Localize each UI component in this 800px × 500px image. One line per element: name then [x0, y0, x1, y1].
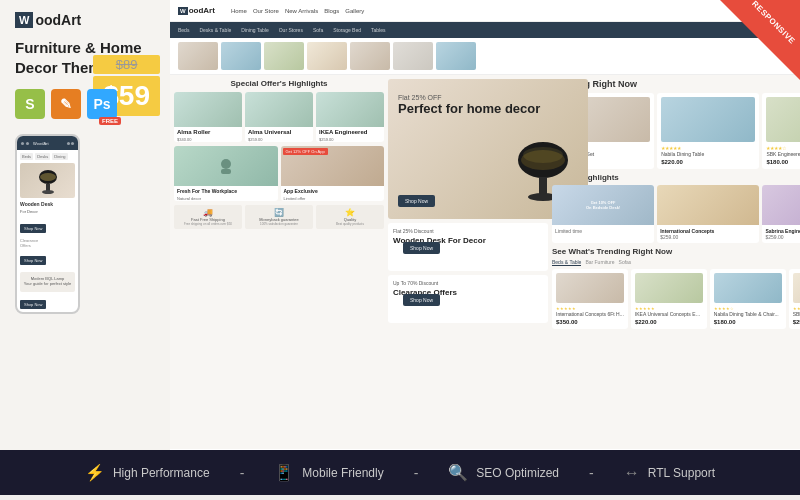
logo-text: oodArt	[35, 12, 81, 28]
special-offer-cards: Alma Roller $340.00 Alma Universal $259.…	[174, 92, 384, 142]
footer-label-4: RTL Support	[648, 466, 715, 480]
big-offer-card-1[interactable]: Get 10% OFFOn Bedside Desk! Limited time	[552, 185, 654, 243]
thumb-4[interactable]	[307, 42, 347, 70]
thumb-6[interactable]	[393, 42, 433, 70]
left-panel: W oodArt Furniture & Home Decor Theme $8…	[0, 0, 170, 450]
mobile-product-img	[20, 163, 75, 198]
main-content: Special Offer's Highlights Alma Roller $…	[170, 75, 800, 449]
rtl-icon: ↔️	[624, 464, 640, 482]
edit-icon[interactable]: ✎	[51, 89, 81, 119]
hero-shop-btn[interactable]: Shop Now	[398, 195, 435, 207]
right-content: Trending Right Now ★★★★☆ Bar Furniture S…	[552, 79, 800, 445]
thumbnail-row	[170, 38, 800, 75]
offer-price-2: $259.00	[245, 137, 313, 142]
discount-badge: Get 12% OFF On App	[283, 148, 328, 155]
thumb-5[interactable]	[350, 42, 390, 70]
secondary-card-2[interactable]: Get 12% OFF On App App Exclusive Limited…	[281, 146, 385, 201]
mobile-style-btn[interactable]: Shop Now	[20, 300, 46, 309]
special-offers-title: Special Offer's Highlights	[174, 79, 384, 88]
nav-link-blogs[interactable]: Blogs	[324, 8, 339, 14]
cat-storage[interactable]: Storage Bed	[333, 27, 361, 33]
footer-feature-4: ↔️ RTL Support	[624, 464, 715, 482]
secondary-card-1[interactable]: Fresh For The Workplace Natural decor	[174, 146, 278, 201]
shopify-icon[interactable]: S	[15, 89, 45, 119]
tab-product-4[interactable]: ★★★☆☆ SBK Engineered Teak Wood... $250.0…	[789, 269, 800, 329]
mobile-mockup: WoodArt Beds Desks Dining	[15, 134, 80, 314]
tab-product-3[interactable]: ★★★★☆ Nabila Dining Table & Chair... $18…	[710, 269, 786, 329]
thumb-7[interactable]	[436, 42, 476, 70]
offer-card-1[interactable]: Alma Roller $340.00	[174, 92, 242, 142]
offer-img-2	[245, 92, 313, 127]
secondary-img-1	[174, 146, 278, 186]
thumb-2[interactable]	[221, 42, 261, 70]
svg-point-4	[221, 159, 231, 169]
mini-feature-1: 🚚 Fast Free Shipping Free shipping on al…	[174, 205, 242, 229]
clearance-shop-btn[interactable]: Shop Now	[403, 294, 440, 306]
cat-beds[interactable]: Beds	[178, 27, 189, 33]
footer-label-2: Mobile Friendly	[302, 466, 383, 480]
nav-link-store[interactable]: Our Store	[253, 8, 279, 14]
hero-discount: Flat 25% OFF	[398, 94, 540, 101]
offer-img-3	[316, 92, 384, 127]
cat-dining[interactable]: Dining Table	[241, 27, 268, 33]
trending-tabs-products: ★★★★★ International Concepts 6Ft H... $3…	[552, 269, 800, 329]
mobile-clearance-btn[interactable]: Shop Now	[20, 256, 46, 265]
cat-tables[interactable]: Tables	[371, 27, 385, 33]
nav-link-arrivals[interactable]: New Arrivals	[285, 8, 318, 14]
center-content: Flat 25% OFF Perfect for home decor	[388, 79, 548, 445]
tab-product-1[interactable]: ★★★★★ International Concepts 6Ft H... $3…	[552, 269, 628, 329]
content-area: W oodArt Furniture & Home Decor Theme $8…	[0, 0, 800, 450]
footer-label-3: SEO Optimized	[476, 466, 559, 480]
offer-title-1: Alma Roller	[174, 127, 242, 137]
offer-title-2: Alma Universal	[245, 127, 313, 137]
trending-box: Flat 25% Discount Wooden Desk For Decor …	[388, 223, 548, 271]
trending-name-2: Nabila Dining Table	[661, 151, 755, 157]
mini-features: 🚚 Fast Free Shipping Free shipping on al…	[174, 205, 384, 229]
offer-price-1: $340.00	[174, 137, 242, 142]
footer-separator-3: -	[589, 465, 594, 481]
footer-bar: ⚡ High Performance - 📱 Mobile Friendly -…	[0, 450, 800, 495]
logo-area: W oodArt	[15, 12, 155, 28]
mobile-icon: 📱	[274, 463, 294, 482]
footer-feature-1: ⚡ High Performance	[85, 463, 210, 482]
trending-name-3: SBK Engineered Teak	[766, 151, 800, 157]
cat-desks[interactable]: Desks & Table	[199, 27, 231, 33]
mobile-header: WoodArt	[17, 136, 78, 150]
footer-feature-2: 📱 Mobile Friendly	[274, 463, 383, 482]
cat-sofa[interactable]: Sofa	[313, 27, 323, 33]
svg-rect-5	[221, 169, 231, 174]
secondary-offer-cards: Fresh For The Workplace Natural decor Ge…	[174, 146, 384, 201]
svg-point-2	[42, 190, 54, 194]
secondary-title-2: App Exclusive	[281, 186, 385, 196]
tab-sofas[interactable]: Sofas	[619, 259, 632, 266]
mini-feature-3: ⭐ Quality Best quality products	[316, 205, 384, 229]
ps-icon[interactable]: Ps FREE	[87, 89, 117, 119]
cat-ourstores[interactable]: Our Stores	[279, 27, 303, 33]
offer-card-3[interactable]: IKEA Engineered $259.00	[316, 92, 384, 142]
clearance-box: Up To 70% Discount Clearance Offers Shop…	[388, 275, 548, 323]
trending-product-3[interactable]: ★★★★☆ SBK Engineered Teak $180.00	[762, 93, 800, 169]
big-offer-card-2[interactable]: International Concepts $259.00	[657, 185, 759, 243]
tab-product-2[interactable]: ★★★★★ IKEA Universal Concepts Engi... $2…	[631, 269, 707, 329]
nav-link-gallery[interactable]: Gallery	[345, 8, 364, 14]
footer-label-1: High Performance	[113, 466, 210, 480]
see-trending-title: See What's Trending Right Now	[552, 247, 800, 256]
trending-shop-btn[interactable]: Shop Now	[403, 242, 440, 254]
desktop-nav-links: Home Our Store New Arrivals Blogs Galler…	[231, 8, 364, 14]
mobile-body: Beds Desks Dining Wooden Desk	[17, 150, 78, 314]
tab-furniture[interactable]: Bar Furniture	[585, 259, 614, 266]
desktop-logo-text: oodArt	[189, 6, 215, 15]
offer-section-title: Offer's Highlights	[552, 173, 800, 182]
offer-price-3: $259.00	[316, 137, 384, 142]
thumb-3[interactable]	[264, 42, 304, 70]
thumb-1[interactable]	[178, 42, 218, 70]
trending-product-2[interactable]: ★★★★★ Nabila Dining Table $220.00	[657, 93, 759, 169]
trending-title: Trending Right Now	[552, 79, 800, 89]
offer-card-2[interactable]: Alma Universal $259.00	[245, 92, 313, 142]
big-offer-card-3[interactable]: Sabrina Engineered $259.00	[762, 185, 800, 243]
tab-beds[interactable]: Beds & Table	[552, 259, 581, 266]
trending-tabs: Beds & Table Bar Furniture Sofas	[552, 259, 800, 266]
footer-separator-2: -	[414, 465, 419, 481]
mobile-shop-btn[interactable]: Shop Now	[20, 224, 46, 233]
nav-link-home[interactable]: Home	[231, 8, 247, 14]
